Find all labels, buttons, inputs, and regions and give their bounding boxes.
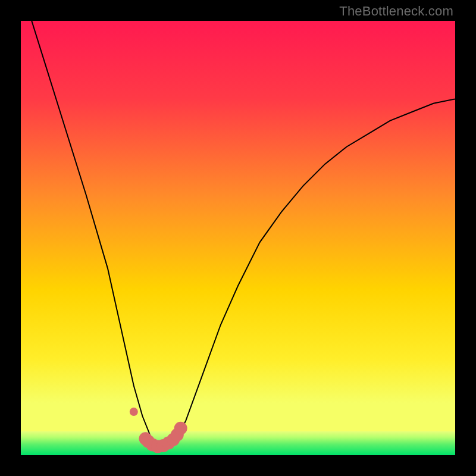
chart-frame (21, 21, 455, 455)
marker-dot (174, 422, 187, 435)
watermark-text: TheBottleneck.com (339, 4, 453, 19)
chart-overlay (21, 21, 455, 455)
marker-dot-series (130, 408, 187, 453)
marker-dot (130, 408, 138, 416)
bottleneck-curve (21, 21, 455, 446)
